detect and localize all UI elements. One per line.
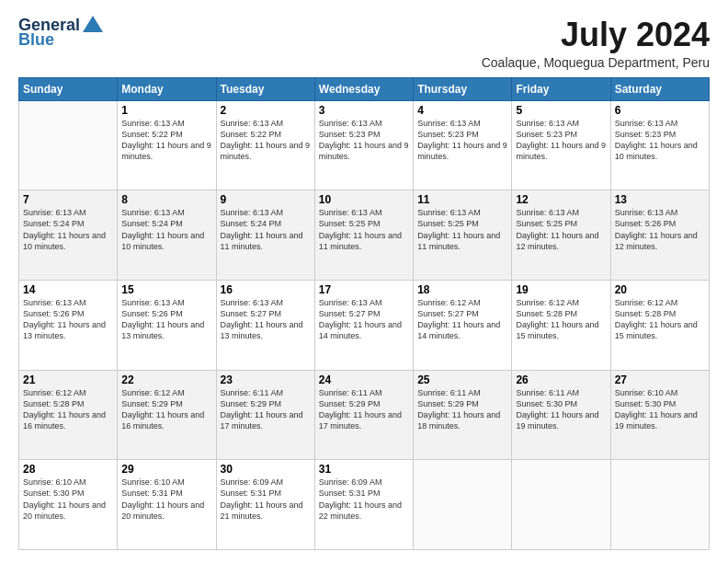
table-row: 30 Sunrise: 6:09 AMSunset: 5:31 PMDaylig… <box>216 460 314 550</box>
table-row: 9 Sunrise: 6:13 AMSunset: 5:24 PMDayligh… <box>216 190 314 281</box>
table-row: 29 Sunrise: 6:10 AMSunset: 5:31 PMDaylig… <box>118 460 216 550</box>
table-row: 15 Sunrise: 6:13 AMSunset: 5:26 PMDaylig… <box>118 280 216 370</box>
table-row: 12 Sunrise: 6:13 AMSunset: 5:25 PMDaylig… <box>512 190 610 281</box>
cell-info: Sunrise: 6:13 AMSunset: 5:27 PMDaylight:… <box>319 298 402 340</box>
col-thursday: Thursday <box>414 77 512 100</box>
calendar-week-row: 7 Sunrise: 6:13 AMSunset: 5:24 PMDayligh… <box>19 190 710 281</box>
cell-info: Sunrise: 6:11 AMSunset: 5:29 PMDaylight:… <box>221 388 303 431</box>
table-row: 5 Sunrise: 6:13 AMSunset: 5:23 PMDayligh… <box>512 100 610 190</box>
table-row: 25 Sunrise: 6:11 AMSunset: 5:29 PMDaylig… <box>414 370 512 460</box>
calendar-table: Sunday Monday Tuesday Wednesday Thursday… <box>18 77 710 550</box>
day-number: 11 <box>417 193 507 206</box>
table-row: 10 Sunrise: 6:13 AMSunset: 5:25 PMDaylig… <box>314 190 413 281</box>
cell-info: Sunrise: 6:09 AMSunset: 5:31 PMDaylight:… <box>221 477 303 520</box>
table-row: 2 Sunrise: 6:13 AMSunset: 5:22 PMDayligh… <box>216 100 314 190</box>
cell-info: Sunrise: 6:10 AMSunset: 5:30 PMDaylight:… <box>615 388 698 431</box>
cell-info: Sunrise: 6:13 AMSunset: 5:25 PMDaylight:… <box>319 208 402 250</box>
svg-marker-0 <box>83 16 103 32</box>
cell-info: Sunrise: 6:13 AMSunset: 5:26 PMDaylight:… <box>121 298 204 340</box>
table-row: 6 Sunrise: 6:13 AMSunset: 5:23 PMDayligh… <box>610 100 709 190</box>
table-row: 3 Sunrise: 6:13 AMSunset: 5:23 PMDayligh… <box>314 100 413 190</box>
day-number: 25 <box>417 373 507 386</box>
day-number: 4 <box>417 104 507 117</box>
cell-info: Sunrise: 6:13 AMSunset: 5:24 PMDaylight:… <box>23 208 106 250</box>
cell-info: Sunrise: 6:11 AMSunset: 5:29 PMDaylight:… <box>319 388 402 431</box>
table-row <box>610 460 709 550</box>
table-row: 24 Sunrise: 6:11 AMSunset: 5:29 PMDaylig… <box>314 370 413 460</box>
day-number: 29 <box>121 463 211 476</box>
table-row: 23 Sunrise: 6:11 AMSunset: 5:29 PMDaylig… <box>216 370 314 460</box>
logo-blue: Blue <box>18 31 54 50</box>
cell-info: Sunrise: 6:13 AMSunset: 5:22 PMDaylight:… <box>221 119 311 161</box>
table-row: 4 Sunrise: 6:13 AMSunset: 5:23 PMDayligh… <box>414 100 512 190</box>
cell-info: Sunrise: 6:11 AMSunset: 5:29 PMDaylight:… <box>417 388 500 431</box>
cell-info: Sunrise: 6:13 AMSunset: 5:26 PMDaylight:… <box>615 208 698 250</box>
day-number: 31 <box>319 463 409 476</box>
table-row: 14 Sunrise: 6:13 AMSunset: 5:26 PMDaylig… <box>19 280 118 370</box>
table-row: 26 Sunrise: 6:11 AMSunset: 5:30 PMDaylig… <box>512 370 610 460</box>
cell-info: Sunrise: 6:12 AMSunset: 5:28 PMDaylight:… <box>615 298 698 340</box>
table-row: 8 Sunrise: 6:13 AMSunset: 5:24 PMDayligh… <box>118 190 216 281</box>
location: Coalaque, Moquegua Department, Peru <box>482 55 710 70</box>
cell-info: Sunrise: 6:12 AMSunset: 5:29 PMDaylight:… <box>121 388 204 431</box>
day-number: 16 <box>221 283 311 296</box>
cell-info: Sunrise: 6:13 AMSunset: 5:25 PMDaylight:… <box>516 208 598 250</box>
day-number: 1 <box>121 104 211 117</box>
logo-icon <box>83 16 103 32</box>
table-row: 20 Sunrise: 6:12 AMSunset: 5:28 PMDaylig… <box>610 280 709 370</box>
table-row: 27 Sunrise: 6:10 AMSunset: 5:30 PMDaylig… <box>610 370 709 460</box>
cell-info: Sunrise: 6:13 AMSunset: 5:26 PMDaylight:… <box>23 298 106 340</box>
day-number: 5 <box>516 104 606 117</box>
cell-info: Sunrise: 6:10 AMSunset: 5:31 PMDaylight:… <box>121 477 204 520</box>
cell-info: Sunrise: 6:13 AMSunset: 5:27 PMDaylight:… <box>221 298 303 340</box>
calendar-week-row: 1 Sunrise: 6:13 AMSunset: 5:22 PMDayligh… <box>19 100 710 190</box>
logo: General Blue <box>18 17 103 50</box>
cell-info: Sunrise: 6:09 AMSunset: 5:31 PMDaylight:… <box>319 477 402 520</box>
page: General Blue July 2024 Coalaque, Moquegu… <box>0 0 728 563</box>
table-row <box>19 100 118 190</box>
cell-info: Sunrise: 6:13 AMSunset: 5:23 PMDaylight:… <box>516 119 606 161</box>
day-number: 17 <box>319 283 409 296</box>
table-row <box>414 460 512 550</box>
table-row: 16 Sunrise: 6:13 AMSunset: 5:27 PMDaylig… <box>216 280 314 370</box>
day-number: 7 <box>23 193 113 206</box>
col-sunday: Sunday <box>19 77 118 100</box>
day-number: 27 <box>615 373 705 386</box>
cell-info: Sunrise: 6:13 AMSunset: 5:24 PMDaylight:… <box>221 208 303 250</box>
day-number: 9 <box>221 193 311 206</box>
day-number: 22 <box>121 373 211 386</box>
cell-info: Sunrise: 6:13 AMSunset: 5:25 PMDaylight:… <box>417 208 500 250</box>
day-number: 21 <box>23 373 113 386</box>
day-number: 10 <box>319 193 409 206</box>
day-number: 6 <box>615 104 705 117</box>
cell-info: Sunrise: 6:13 AMSunset: 5:23 PMDaylight:… <box>417 119 507 161</box>
cell-info: Sunrise: 6:11 AMSunset: 5:30 PMDaylight:… <box>516 388 598 431</box>
table-row <box>512 460 610 550</box>
cell-info: Sunrise: 6:12 AMSunset: 5:28 PMDaylight:… <box>23 388 106 431</box>
day-number: 26 <box>516 373 606 386</box>
col-saturday: Saturday <box>610 77 709 100</box>
calendar-header-row: Sunday Monday Tuesday Wednesday Thursday… <box>19 77 710 100</box>
cell-info: Sunrise: 6:13 AMSunset: 5:23 PMDaylight:… <box>319 119 409 161</box>
table-row: 31 Sunrise: 6:09 AMSunset: 5:31 PMDaylig… <box>314 460 413 550</box>
table-row: 7 Sunrise: 6:13 AMSunset: 5:24 PMDayligh… <box>19 190 118 281</box>
col-friday: Friday <box>512 77 610 100</box>
cell-info: Sunrise: 6:13 AMSunset: 5:23 PMDaylight:… <box>615 119 698 161</box>
table-row: 18 Sunrise: 6:12 AMSunset: 5:27 PMDaylig… <box>414 280 512 370</box>
table-row: 17 Sunrise: 6:13 AMSunset: 5:27 PMDaylig… <box>314 280 413 370</box>
col-monday: Monday <box>118 77 216 100</box>
day-number: 20 <box>615 283 705 296</box>
calendar-week-row: 28 Sunrise: 6:10 AMSunset: 5:30 PMDaylig… <box>19 460 710 550</box>
cell-info: Sunrise: 6:12 AMSunset: 5:28 PMDaylight:… <box>516 298 598 340</box>
month-year: July 2024 <box>482 17 710 53</box>
day-number: 15 <box>121 283 211 296</box>
day-number: 24 <box>319 373 409 386</box>
table-row: 1 Sunrise: 6:13 AMSunset: 5:22 PMDayligh… <box>118 100 216 190</box>
day-number: 13 <box>615 193 705 206</box>
day-number: 3 <box>319 104 409 117</box>
table-row: 13 Sunrise: 6:13 AMSunset: 5:26 PMDaylig… <box>610 190 709 281</box>
table-row: 11 Sunrise: 6:13 AMSunset: 5:25 PMDaylig… <box>414 190 512 281</box>
col-tuesday: Tuesday <box>216 77 314 100</box>
table-row: 19 Sunrise: 6:12 AMSunset: 5:28 PMDaylig… <box>512 280 610 370</box>
cell-info: Sunrise: 6:13 AMSunset: 5:24 PMDaylight:… <box>121 208 204 250</box>
